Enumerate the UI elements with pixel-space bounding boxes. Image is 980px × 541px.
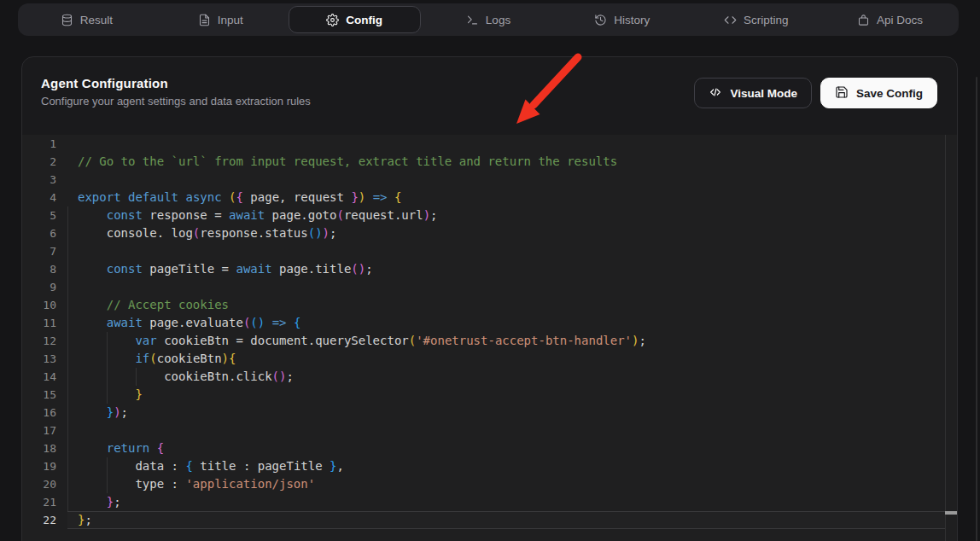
code-icon (724, 14, 737, 26)
tab-label: Scripting (744, 14, 789, 26)
code-line[interactable]: const response = await page.goto(request… (78, 207, 943, 224)
tab-result[interactable]: Result (20, 6, 153, 33)
indent-guide (107, 457, 108, 493)
code-line[interactable]: // Go to the `url` from input request, e… (78, 153, 943, 171)
line-number: 17 (22, 422, 56, 439)
line-number: 7 (22, 242, 56, 260)
agent-configuration-panel: Agent Configuration Configure your agent… (21, 56, 958, 541)
tab-api-docs[interactable]: Api Docs (824, 6, 956, 33)
line-number: 16 (22, 404, 56, 422)
line-number: 18 (22, 439, 56, 457)
line-number: 1 (22, 135, 56, 153)
code-line[interactable] (78, 135, 943, 153)
code-line[interactable]: // Accept cookies (78, 296, 943, 314)
gear-icon (326, 14, 339, 26)
line-number: 2 (22, 153, 56, 171)
code-line[interactable]: }; (78, 493, 943, 511)
line-number: 9 (22, 278, 56, 296)
line-number: 15 (22, 386, 56, 404)
line-number: 3 (22, 171, 56, 189)
code-line[interactable]: return { (78, 439, 943, 457)
code-line[interactable]: } (78, 386, 943, 404)
save-config-label: Save Config (856, 87, 923, 100)
code-line[interactable]: type : 'application/json' (78, 475, 943, 493)
overview-ruler-cursor-marker (945, 511, 958, 515)
code-line[interactable] (78, 171, 943, 189)
indent-guide (136, 368, 137, 386)
line-number: 14 (22, 368, 56, 386)
current-line-highlight (67, 511, 945, 529)
code-line[interactable] (78, 422, 943, 439)
code-line[interactable]: if(cookieBtn){ (78, 350, 943, 368)
line-number: 6 (22, 224, 56, 242)
database-icon (61, 14, 73, 26)
line-number: 21 (22, 493, 56, 511)
tab-logs[interactable]: Logs (423, 6, 555, 33)
code-line[interactable]: }); (78, 404, 943, 422)
page-scrollbar[interactable] (976, 77, 977, 541)
line-number: 19 (22, 457, 56, 475)
line-number: 11 (22, 314, 56, 332)
code-line[interactable]: const pageTitle = await page.title(); (78, 260, 943, 278)
tab-label: History (614, 14, 650, 26)
line-number: 8 (22, 260, 56, 278)
save-icon (835, 85, 849, 102)
line-number: 12 (22, 332, 56, 350)
editor-code-area[interactable]: // Go to the `url` from input request, e… (78, 135, 943, 529)
code-line[interactable]: var cookieBtn = document.querySelector('… (78, 332, 943, 350)
panel-header: Agent Configuration Configure your agent… (22, 57, 957, 135)
terminal-icon (466, 14, 479, 26)
tab-label: Api Docs (877, 14, 923, 26)
code-editor[interactable]: 12345678910111213141516171819202122 // G… (22, 135, 957, 541)
overview-ruler-divider (945, 135, 946, 541)
code-line[interactable] (78, 278, 943, 296)
editor-gutter: 12345678910111213141516171819202122 (22, 135, 56, 529)
line-number: 10 (22, 296, 56, 314)
save-config-button[interactable]: Save Config (820, 78, 937, 108)
code-line[interactable]: await page.evaluate(() => { (78, 314, 943, 332)
code-line[interactable]: console. log(response.status()); (78, 224, 943, 242)
tab-label: Input (218, 14, 243, 26)
line-number: 4 (22, 189, 56, 207)
tab-scripting[interactable]: Scripting (690, 6, 822, 33)
line-number: 20 (22, 475, 56, 493)
code-line[interactable]: export default async ({ page, request })… (78, 189, 943, 207)
page-subtitle: Configure your agent settings and data e… (41, 95, 311, 108)
history-icon (594, 14, 607, 26)
header-buttons: Visual Mode Save Config (694, 78, 937, 108)
page-title: Agent Configuration (41, 76, 168, 90)
tab-history[interactable]: History (556, 6, 688, 33)
code-slash-icon (709, 85, 722, 102)
indent-guide (107, 332, 108, 404)
code-line[interactable] (78, 242, 943, 260)
line-number: 5 (22, 207, 56, 224)
box-icon (857, 14, 870, 26)
top-tab-bar: ResultInputConfigLogsHistoryScriptingApi… (18, 3, 959, 36)
tab-input[interactable]: Input (155, 6, 287, 33)
tab-label: Logs (486, 14, 510, 26)
line-number: 22 (22, 511, 56, 529)
code-line[interactable]: data : { title : pageTitle }, (78, 457, 943, 475)
visual-mode-label: Visual Mode (730, 87, 797, 100)
tab-config[interactable]: Config (289, 6, 421, 33)
tab-label: Config (346, 14, 382, 26)
tab-label: Result (80, 14, 113, 26)
line-number: 13 (22, 350, 56, 368)
visual-mode-button[interactable]: Visual Mode (694, 78, 812, 108)
file-icon (198, 14, 211, 26)
code-line[interactable]: cookieBtn.click(); (78, 368, 943, 386)
indent-guide (67, 207, 68, 511)
